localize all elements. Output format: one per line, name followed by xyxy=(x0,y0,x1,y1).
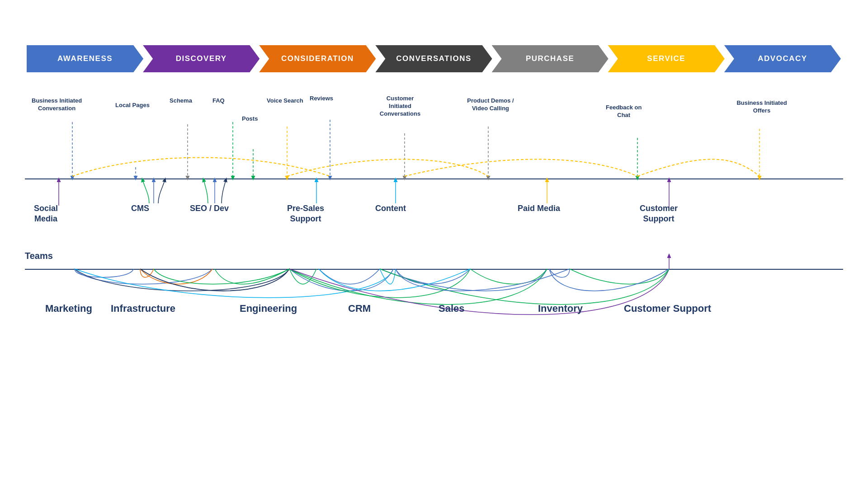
bottom-engineering: Engineering xyxy=(240,303,297,314)
bottom-infrastructure: Infrastructure xyxy=(111,303,175,314)
pipeline-advocacy: ADVOCACY xyxy=(724,45,841,72)
middle-customer-support: CustomerSupport xyxy=(640,203,678,225)
label-voice-search: Voice Search xyxy=(267,97,303,105)
middle-cms: CMS xyxy=(131,203,149,214)
bottom-inventory: Inventory xyxy=(538,303,583,314)
label-faq: FAQ xyxy=(212,97,225,105)
bottom-marketing: Marketing xyxy=(45,303,92,314)
label-product-demos: Product Demos /Video Calling xyxy=(457,97,524,113)
label-schema: Schema xyxy=(170,97,192,105)
pipeline-purchase: PURCHASE xyxy=(492,45,609,72)
bottom-customer-support: Customer Support xyxy=(624,303,711,314)
middle-social-media: SocialMedia xyxy=(34,203,58,225)
pipeline-discovery: DISCOVERY xyxy=(143,45,259,72)
pipeline-consideration: CONSIDERATION xyxy=(259,45,376,72)
label-local-pages: Local Pages xyxy=(115,102,150,109)
teams-label: Teams xyxy=(25,251,53,261)
label-business-initiated-offers: Business InitiatedOffers xyxy=(728,99,796,115)
middle-paid-media: Paid Media xyxy=(518,203,560,214)
middle-content: Content xyxy=(375,203,406,214)
label-reviews: Reviews xyxy=(310,95,333,103)
top-divider-line xyxy=(25,178,843,179)
bottom-crm: CRM xyxy=(348,303,371,314)
pipeline: AWARENESS DISCOVERY CONSIDERATION CONVER… xyxy=(27,45,841,72)
label-feedback-chat: Feedback onChat xyxy=(606,104,642,119)
middle-seo-dev: SEO / Dev xyxy=(190,203,229,214)
connections-svg xyxy=(0,0,868,488)
middle-pre-sales: Pre-SalesSupport xyxy=(287,203,324,225)
label-business-initiated-conv: Business InitiatedConversation xyxy=(32,97,82,113)
pipeline-service: SERVICE xyxy=(608,45,725,72)
bottom-divider-line xyxy=(25,269,843,270)
label-posts: Posts xyxy=(242,115,258,123)
pipeline-conversations: CONVERSATIONS xyxy=(375,45,492,72)
bottom-sales: Sales xyxy=(439,303,465,314)
pipeline-awareness: AWARENESS xyxy=(27,45,143,72)
label-customer-initiated: CustomerInitiatedConversations xyxy=(371,95,429,118)
main-container: AWARENESS DISCOVERY CONSIDERATION CONVER… xyxy=(0,0,868,488)
